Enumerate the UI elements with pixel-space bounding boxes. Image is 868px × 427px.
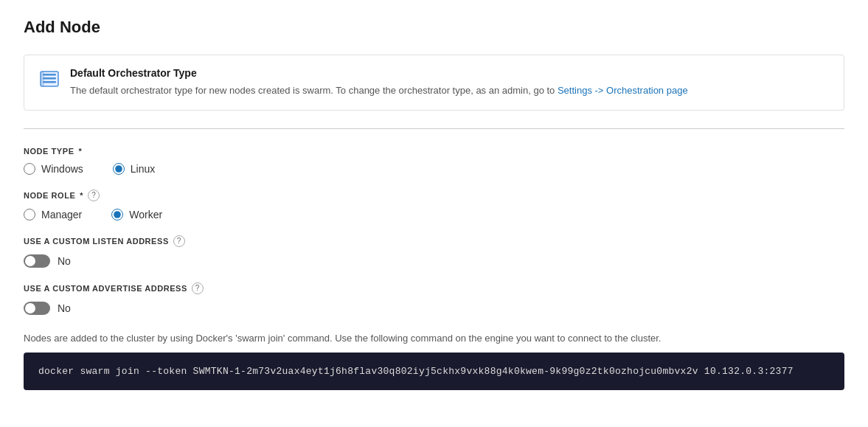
custom-advertise-label: USE A CUSTOM ADVERTISE ADDRESS ? [24,282,844,294]
custom-advertise-toggle-label: No [58,302,71,314]
svg-rect-2 [43,77,56,80]
custom-listen-toggle[interactable] [24,254,50,268]
custom-listen-toggle-group: No [24,254,844,268]
svg-rect-4 [41,72,44,86]
section-divider [24,128,844,129]
custom-listen-slider [24,254,50,268]
node-role-radio-group: Manager Worker [24,209,844,221]
node-type-label: NODE TYPE* [24,147,844,156]
node-type-linux-label: Linux [131,163,155,175]
command-description: Nodes are added to the cluster by using … [24,333,844,344]
svg-rect-3 [43,81,56,83]
orchestrator-info-content: Default Orchestrator Type The default or… [70,67,688,98]
svg-rect-1 [43,74,56,76]
node-type-windows-label: Windows [41,163,83,175]
page-title: Add Node [24,18,844,37]
node-type-field: NODE TYPE* Windows Linux [24,147,844,175]
node-role-worker-label: Worker [129,209,162,221]
custom-advertise-toggle-group: No [24,302,844,315]
docker-command-block[interactable]: docker swarm join --token SWMTKN-1-2m73v… [24,353,844,390]
orchestrator-type-icon [39,69,60,91]
orchestrator-info-heading: Default Orchestrator Type [70,67,688,79]
node-role-field: NODE ROLE* ? Manager Worker [24,190,844,221]
command-section: Nodes are added to the cluster by using … [24,330,844,390]
custom-listen-help-icon[interactable]: ? [173,235,185,247]
node-type-windows-option[interactable]: Windows [24,163,83,175]
node-type-radio-group: Windows Linux [24,163,844,175]
node-type-required: * [79,147,83,156]
node-role-worker-radio[interactable] [111,209,123,221]
custom-listen-field: USE A CUSTOM LISTEN ADDRESS ? No [24,235,844,268]
custom-advertise-toggle[interactable] [24,302,50,315]
custom-listen-label: USE A CUSTOM LISTEN ADDRESS ? [24,235,844,247]
node-role-required: * [80,191,83,200]
node-role-label: NODE ROLE* ? [24,190,844,201]
node-type-linux-option[interactable]: Linux [113,163,155,175]
custom-advertise-field: USE A CUSTOM ADVERTISE ADDRESS ? No [24,282,844,315]
custom-listen-toggle-label: No [58,255,71,267]
node-role-manager-option[interactable]: Manager [24,209,82,221]
node-role-worker-option[interactable]: Worker [111,209,162,221]
node-role-manager-label: Manager [41,209,82,221]
orchestrator-info-box: Default Orchestrator Type The default or… [24,55,844,111]
orchestrator-info-description: The default orchestrator type for new no… [70,83,688,98]
custom-advertise-slider [24,302,50,315]
add-node-form: NODE TYPE* Windows Linux NODE ROLE* ? Ma… [24,147,844,390]
node-type-windows-radio[interactable] [24,163,35,175]
node-role-help-icon[interactable]: ? [88,190,100,201]
node-type-linux-radio[interactable] [113,163,125,175]
custom-advertise-help-icon[interactable]: ? [192,282,204,294]
orchestration-page-link[interactable]: Settings -> Orchestration page [558,85,688,96]
node-role-manager-radio[interactable] [24,209,35,221]
